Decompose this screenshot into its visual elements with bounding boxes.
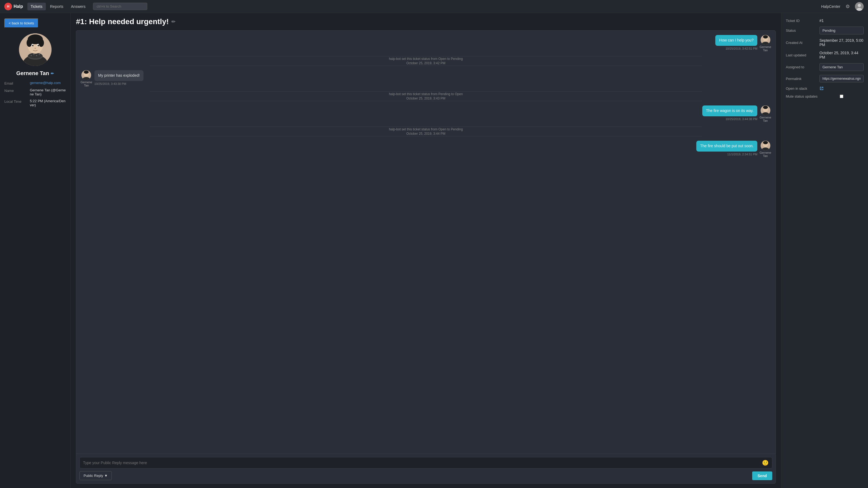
chat-messages[interactable]: GerneneTan How can I help you? 10/25/201… (76, 31, 775, 454)
permalink-input[interactable] (819, 75, 864, 83)
dropdown-icon: ▼ (104, 474, 108, 478)
name-value: Gernene Tan (@Gernene Tan) (30, 88, 66, 96)
logo[interactable]: H Halp (4, 3, 23, 10)
status-text: halp-bot set this ticket status from Ope… (389, 57, 463, 61)
svg-point-19 (39, 54, 40, 55)
message-bubble: The fire wagon is on its way. (702, 105, 757, 116)
avatar (761, 105, 770, 115)
divider (150, 101, 702, 101)
created-at-label: Created At (786, 41, 818, 45)
edit-user-icon[interactable]: ✏ (51, 71, 54, 76)
chat-actions: Public Reply ▼ Send (80, 471, 772, 480)
name-row: Name Gernene Tan (@Gernene Tan) (4, 88, 66, 96)
status-time: October 25, 2019, 3:43 PM (406, 97, 445, 100)
chat-container: GerneneTan How can I help you? 10/25/201… (76, 30, 776, 484)
nav-link-tickets[interactable]: Tickets (27, 3, 46, 10)
assigned-to-field: Assigned to Gernene Tan Unassigned (786, 63, 864, 71)
permalink-field: Permalink (786, 75, 864, 83)
agent-name-label-3: GerneneTan (760, 151, 771, 158)
assigned-to-select[interactable]: Gernene Tan Unassigned (819, 63, 864, 71)
reply-type-label: Public Reply (84, 474, 103, 478)
send-button[interactable]: Send (752, 471, 772, 480)
nav-links: Tickets Reports Answers (27, 3, 89, 10)
divider (150, 136, 702, 136)
ticket-id-field: Ticket ID #1 (786, 19, 864, 23)
created-at-value: September 27, 2019, 5:00 PM (819, 38, 864, 47)
svg-point-13 (32, 45, 33, 46)
local-time-row: Local Time 5:22 PM (America/Denver) (4, 99, 66, 107)
divider (150, 127, 702, 127)
chat-input-row: 🙂 (80, 457, 772, 468)
svg-point-9 (27, 39, 32, 47)
helpcenter-link[interactable]: HalpCenter (821, 4, 840, 9)
avatar (82, 70, 91, 80)
chat-input-area: 🙂 Public Reply ▼ Send (76, 454, 775, 483)
ticket-title-edit-icon[interactable]: ✏ (172, 19, 176, 25)
nav-link-answers[interactable]: Answers (68, 3, 89, 10)
ticket-details-panel: Ticket ID #1 Status Pending Open Closed … (781, 13, 868, 488)
user-name-label: GerneneTan (81, 80, 92, 87)
svg-point-16 (31, 55, 32, 56)
status-select[interactable]: Pending Open Closed (819, 27, 864, 34)
permalink-label: Permalink (786, 77, 818, 81)
name-label: Name (4, 88, 29, 93)
search-input[interactable] (93, 3, 147, 10)
message-content: The fire wagon is on its way. 10/25/2019… (702, 105, 757, 121)
message-time: 11/1/2019, 2:34:51 PM (696, 153, 757, 156)
assigned-to-label: Assigned to (786, 65, 818, 69)
divider (150, 91, 702, 92)
message-bubble: How can I help you? (715, 35, 757, 46)
table-row: GerneneTan How can I help you? 10/25/201… (81, 35, 771, 52)
mute-status-field: Mute status updates (786, 94, 864, 98)
last-updated-field: Last updated October 25, 2019, 3:44 PM (786, 51, 864, 59)
back-to-tickets-button[interactable]: < back to tickets (4, 19, 38, 28)
ticket-title: #1: Help needed urgently! (76, 18, 169, 26)
reply-input[interactable] (83, 461, 762, 465)
last-updated-value: October 25, 2019, 3:44 PM (819, 51, 864, 59)
svg-point-14 (37, 45, 39, 46)
mute-status-label: Mute status updates (786, 94, 818, 98)
user-name: Gernene Tan ✏ (4, 70, 66, 76)
divider (150, 66, 702, 66)
ticket-id-label: Ticket ID (786, 19, 818, 23)
list-item: halp-bot set this ticket status from Pen… (81, 90, 771, 102)
agent-name-label-2: GerneneTan (760, 116, 771, 122)
status-time: October 25, 2019, 3:42 PM (406, 61, 445, 65)
settings-icon[interactable]: ⚙ (845, 3, 850, 9)
table-row: GerneneTan The fire should be put out so… (81, 141, 771, 158)
avatar (761, 35, 770, 45)
message-time: 10/25/2019, 3:43:30 PM (94, 82, 144, 86)
status-label: Status (786, 29, 818, 33)
message-time: 10/25/2019, 3:44:38 PM (702, 118, 757, 121)
table-row: GerneneTan The fire wagon is on its way.… (81, 105, 771, 122)
external-link-icon (819, 86, 824, 91)
user-avatar-large (19, 33, 52, 66)
user-details: Email gernene@halp.com Name Gernene Tan … (4, 81, 66, 107)
email-row: Email gernene@halp.com (4, 81, 66, 86)
agent-avatar-group-2: GerneneTan (760, 105, 771, 122)
svg-point-35 (763, 141, 768, 144)
reply-type-button[interactable]: Public Reply ▼ (80, 471, 112, 480)
agent-name-label: GerneneTan (760, 45, 771, 52)
table-row: GerneneTan My printer has exploded! 10/2… (81, 70, 771, 87)
email-label: Email (4, 81, 29, 86)
mute-status-checkbox[interactable] (819, 95, 864, 98)
user-sidebar: < back to tickets (0, 13, 70, 488)
svg-point-10 (38, 39, 44, 47)
svg-point-27 (84, 70, 89, 74)
svg-point-18 (36, 55, 37, 56)
main-content: #1: Help needed urgently! ✏ (70, 13, 781, 488)
message-content: My printer has exploded! 10/25/2019, 3:4… (94, 70, 144, 86)
ticket-id-value: #1 (819, 19, 864, 23)
avatar (761, 141, 770, 151)
emoji-button[interactable]: 🙂 (762, 459, 769, 466)
user-avatar[interactable] (855, 2, 864, 11)
status-field: Status Pending Open Closed (786, 27, 864, 34)
nav-link-reports[interactable]: Reports (47, 3, 67, 10)
local-time-label: Local Time (4, 99, 29, 104)
email-value[interactable]: gernene@halp.com (30, 81, 66, 85)
open-in-slack-link[interactable] (819, 86, 864, 91)
created-at-field: Created At September 27, 2019, 5:00 PM (786, 38, 864, 47)
logo-icon: H (4, 3, 12, 10)
svg-point-31 (763, 106, 768, 109)
